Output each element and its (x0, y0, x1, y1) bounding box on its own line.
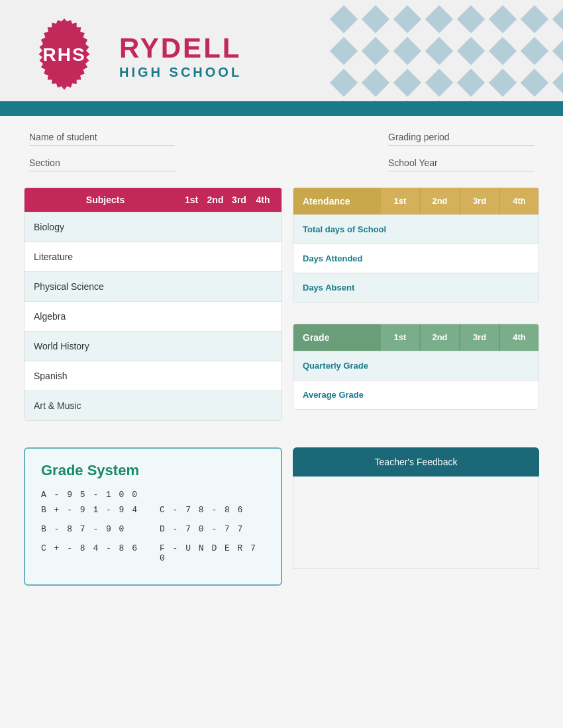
grade-a-row: A - 9 5 - 1 0 0 (41, 490, 265, 500)
teacher-feedback-box: Teacher's Feedback (293, 447, 539, 586)
grade-system-box: Grade System A - 9 5 - 1 0 0 B + - 9 1 -… (24, 447, 282, 586)
teal-divider-bar (0, 101, 563, 116)
grade-table-header: Grade 1st 2nd 3rd 4th (293, 324, 538, 351)
diamond-shape (489, 69, 517, 97)
diamond-shape (489, 5, 517, 33)
school-name-block: RYDELL HIGH SCHOOL (119, 34, 242, 80)
diamond-shape (362, 5, 389, 33)
subjects-section: Subjects 1st 2nd 3rd 4th Biology Literat… (24, 187, 282, 434)
bottom-section: Grade System A - 9 5 - 1 0 0 B + - 9 1 -… (24, 447, 539, 586)
q1-col-label: 1st (182, 195, 201, 205)
grade-col-label: Grade (293, 324, 380, 351)
subjects-table: Subjects 1st 2nd 3rd 4th Biology Literat… (24, 187, 282, 421)
list-item: World History (25, 331, 282, 361)
main-content: Subjects 1st 2nd 3rd 4th Biology Literat… (24, 187, 539, 434)
grade-table: Grade 1st 2nd 3rd 4th Quarterly Grade Av… (293, 324, 539, 410)
grade-b-row: B - 8 7 - 9 0 (41, 524, 146, 534)
grade-q2-label: 2nd (419, 324, 459, 351)
list-item: Art & Music (25, 390, 282, 420)
logo-initials: RHS (42, 44, 85, 66)
header-pattern: const patternDiv = document.querySelecto… (325, 0, 563, 106)
feedback-body[interactable] (293, 477, 539, 569)
school-name-sub: HIGH SCHOOL (119, 65, 242, 80)
diamond-shape (552, 5, 563, 33)
diamond-shape (330, 37, 358, 65)
info-col-left: Name of student Section (29, 132, 175, 171)
attendance-table: Atendance 1st 2nd 3rd 4th Total days of … (293, 187, 539, 302)
list-item: Literature (25, 242, 282, 271)
diamond-shape (521, 69, 548, 97)
subjects-col-label: Subjects (34, 195, 177, 205)
grade-system-title: Grade System (41, 462, 265, 479)
list-item: Spanish (25, 361, 282, 390)
q4-col-label: 4th (254, 195, 272, 205)
section-label: Section (29, 158, 175, 171)
diamond-shape (393, 69, 421, 97)
diamond-shape (425, 69, 453, 97)
att-q2-label: 2nd (419, 188, 459, 214)
diamond-shape (362, 69, 389, 97)
grading-period-label: Grading period (388, 132, 534, 146)
student-info-section: Name of student Section Grading period S… (24, 132, 539, 171)
grade-q1-label: 1st (380, 324, 419, 351)
list-item: Algebra (25, 301, 282, 331)
grade-c-row: C - 7 8 - 8 6 (160, 505, 265, 515)
days-attended-row: Days Attended (293, 244, 538, 273)
header: const patternDiv = document.querySelecto… (0, 0, 563, 116)
feedback-header: Teacher's Feedback (293, 447, 539, 477)
diamond-shape (425, 37, 453, 65)
grade-f-row: F - U N D E R 7 0 (160, 543, 265, 563)
diamond-shape (521, 37, 548, 65)
attendance-table-header: Atendance 1st 2nd 3rd 4th (293, 188, 538, 214)
diamond-shape (330, 5, 358, 33)
info-col-right: Grading period School Year (388, 132, 534, 171)
school-year-label: School Year (388, 158, 534, 171)
diamond-shape (457, 5, 485, 33)
grade-d-row: D - 7 0 - 7 7 (160, 524, 265, 534)
grades-attendance-section: Atendance 1st 2nd 3rd 4th Total days of … (293, 187, 539, 434)
diamond-shape (425, 5, 453, 33)
diamond-shape (330, 69, 358, 97)
school-logo: RHS (28, 19, 101, 91)
grade-q3-label: 3rd (459, 324, 499, 351)
att-q4-label: 4th (499, 188, 538, 214)
diamond-shape (362, 37, 389, 65)
total-days-row: Total days of School (293, 214, 538, 244)
diamond-shape (552, 37, 563, 65)
quarterly-grade-row: Quarterly Grade (293, 351, 538, 380)
grade-q4-label: 4th (499, 324, 538, 351)
att-q3-label: 3rd (459, 188, 499, 214)
page-body: Name of student Section Grading period S… (0, 116, 563, 602)
q2-col-label: 2nd (206, 195, 225, 205)
diamond-shape (457, 37, 485, 65)
diamond-shape (521, 5, 548, 33)
list-item: Physical Science (25, 271, 282, 301)
diamond-shape (489, 37, 517, 65)
school-name-main: RYDELL (119, 34, 242, 62)
average-grade-row: Average Grade (293, 380, 538, 409)
days-absent-row: Days Absent (293, 273, 538, 302)
diamond-shape (393, 5, 421, 33)
subjects-table-header: Subjects 1st 2nd 3rd 4th (25, 188, 282, 212)
att-q1-label: 1st (380, 188, 419, 214)
q3-col-label: 3rd (230, 195, 248, 205)
grade-grid: B + - 9 1 - 9 4 C - 7 8 - 8 6 B - 8 7 - … (41, 505, 265, 569)
diamond-shape (552, 69, 563, 97)
diamond-shape (393, 37, 421, 65)
grade-cplus-row: C + - 8 4 - 8 6 (41, 543, 146, 563)
diamond-shape (457, 69, 485, 97)
attendance-col-label: Atendance (293, 188, 380, 214)
list-item: Biology (25, 212, 282, 242)
grade-bplus-row: B + - 9 1 - 9 4 (41, 505, 146, 515)
student-name-label: Name of student (29, 132, 175, 146)
